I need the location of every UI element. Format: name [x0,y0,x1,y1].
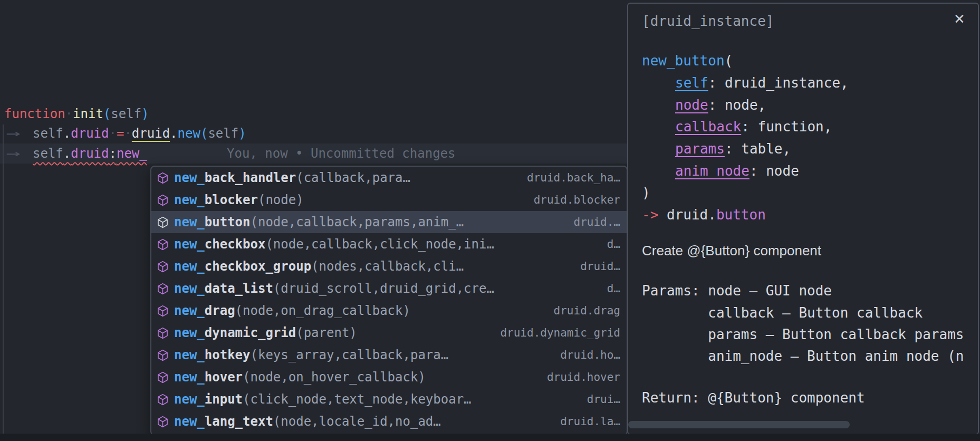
item-module: druid.hover [540,371,620,384]
item-name: blocker [205,193,258,207]
cube-icon [156,194,169,207]
cube-icon [156,393,169,406]
git-blame-annotation: You, now • Uncommitted changes [227,143,455,164]
function-name: init [73,107,103,121]
method-new: new [178,126,200,141]
suggest-item-new_hotkey[interactable]: new_hotkey(keys_array,callback,para…drui… [151,344,627,366]
whitespace-dot: · [109,126,117,141]
paren-open: ( [103,107,111,121]
item-module: druid.back_ha… [520,171,620,184]
code-line-3: self.druid:new_ [33,144,147,164]
item-name: button [205,215,251,229]
window-bottom-edge [0,434,980,441]
arg-self: self [111,107,141,121]
cube-icon [156,238,169,251]
suggest-item-new_blocker[interactable]: new_blocker(node)druid.blocker [151,189,627,211]
horizontal-scrollbar-thumb[interactable] [628,421,850,428]
docs-panel: [druid_instance] ✕ new_button( self: dru… [627,3,979,435]
signature-fn-line: new_button( [642,50,733,72]
param-link-callback[interactable]: callback [675,119,741,135]
item-module: d… [600,238,620,251]
suggest-item-new_back_handler[interactable]: new_back_handler(callback,para…druid.bac… [151,167,627,189]
cube-icon [156,216,169,229]
docs-param-params: params — Button callback params [642,324,964,346]
return-arrow: -> [642,207,658,223]
suggest-item-new_dynamic_grid[interactable]: new_dynamic_grid(parent)druid.dynamic_gr… [151,322,627,344]
paren-close: ) [238,126,246,141]
cube-icon [156,171,169,185]
paren-close: ) [141,107,149,121]
signature-param-anim_node: anim_node: node [675,160,799,182]
item-signature: (node,callback,params,anim_… [251,215,464,229]
match-prefix: new_ [174,170,205,185]
signature-param-callback: callback: function, [675,116,832,138]
param-type: : node [750,163,799,179]
return-module: druid. [658,207,716,223]
suggest-item-new_hover[interactable]: new_hover(node,on_hover_callback)druid.h… [151,366,627,388]
cube-icon [156,327,169,340]
suggest-item-new_checkbox_group[interactable]: new_checkbox_group(nodes,callback,cli…dr… [151,255,627,277]
item-module: druid.ho… [553,349,620,361]
match-prefix: new_ [174,348,205,362]
match-prefix: new_ [174,303,205,318]
param-link-anim_node[interactable]: anim_node [675,163,750,179]
item-signature: (node,on_drag_callback) [235,303,410,318]
item-module: druid.drag [546,304,620,317]
docs-param-anim_node: anim_node — Button anim node (n [642,346,964,367]
suggest-item-new_lang_text[interactable]: new_lang_text(node,locale_id,no_ad…druid… [151,410,627,433]
whitespace-dot: · [65,107,73,121]
param-type: : function, [741,119,832,135]
match-prefix: new_ [174,193,205,207]
match-prefix: new_ [174,370,205,385]
code-line-1: function·init(self) [4,104,149,124]
param-type: : node, [708,97,766,113]
signature-param-params: params: table, [675,138,791,160]
dot: . [63,146,71,161]
dot: . [170,126,177,141]
cube-icon [156,304,169,318]
match-prefix: new_ [174,237,205,252]
operator-assign: = [117,126,124,141]
param-type: : druid_instance, [708,75,849,91]
item-signature: (click_node,text_node,keyboar… [243,392,471,407]
colon: : [109,146,117,161]
match-prefix: new_ [174,325,205,340]
var-self: self [33,126,63,141]
whitespace-dot: · [124,126,131,141]
item-name: drag [205,303,235,318]
match-prefix: new_ [174,281,205,296]
member-druid: druid [71,126,109,141]
item-signature: (node,callback,click_node,ini… [265,237,494,252]
suggest-item-new_checkbox[interactable]: new_checkbox(node,callback,click_node,in… [151,233,627,255]
item-signature: (parent) [296,325,357,340]
param-link-self[interactable]: self [675,75,708,91]
item-signature: (node,on_hover_callback) [243,370,426,385]
cube-icon [156,260,169,273]
autocomplete-popup: new_back_handler(callback,para…druid.bac… [150,166,628,436]
suggest-item-new_data_list[interactable]: new_data_list(druid_scroll,druid_grid,cr… [151,277,627,300]
keyword-function: function [4,107,65,121]
docs-param-callback: callback — Button callback [642,302,923,324]
item-signature: (node) [258,193,304,207]
param-link-params[interactable]: params [675,141,725,157]
suggest-item-new_input[interactable]: new_input(click_node,text_node,keyboar…d… [151,388,627,410]
module-link-druid[interactable]: druid [132,126,170,141]
typed-text-cursor: new_ [117,146,147,161]
item-name: checkbox [205,237,266,252]
match-prefix: new_ [174,392,205,407]
editor-window: function·init(self) → self.druid·=·druid… [0,0,980,441]
param-link-node[interactable]: node [675,97,708,113]
item-module: druid.… [566,216,620,228]
paren-open: ( [725,53,733,69]
item-name: checkbox_group [205,259,311,274]
item-name: lang_text [205,414,273,429]
match-prefix: new_ [174,259,205,274]
item-module: druid.blocker [526,194,620,206]
indent-guide-line [3,124,4,434]
close-icon[interactable]: ✕ [950,10,968,28]
item-name: hotkey [205,348,251,362]
item-module: d… [600,282,620,295]
item-signature: (node,locale_id,no_ad… [273,414,441,429]
suggest-item-new_button-selected[interactable]: new_button(node,callback,params,anim_…dr… [151,211,627,233]
suggest-item-new_drag[interactable]: new_drag(node,on_drag_callback)druid.dra… [151,300,627,322]
